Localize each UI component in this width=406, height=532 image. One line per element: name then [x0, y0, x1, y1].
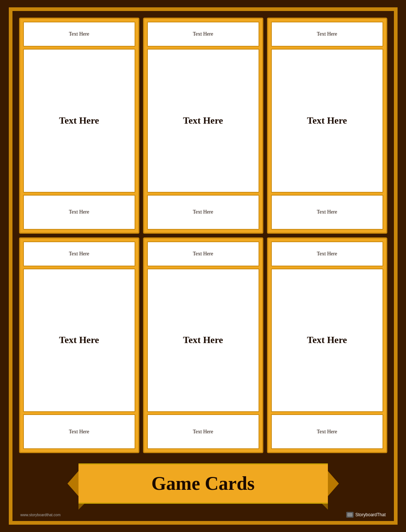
- card-3-middle: Text Here: [271, 49, 383, 193]
- card-2-middle-text: Text Here: [183, 115, 223, 126]
- card-4-middle: Text Here: [23, 269, 135, 412]
- card-1: Text Here Text Here Text Here: [19, 18, 139, 234]
- card-2-bottom-text: Text Here: [193, 209, 213, 215]
- card-2-top: Text Here: [147, 22, 259, 47]
- card-1-bottom: Text Here: [23, 195, 135, 230]
- card-3-middle-text: Text Here: [307, 115, 347, 126]
- cards-grid: Text Here Text Here Text Here Text Here …: [19, 18, 387, 457]
- card-2-top-text: Text Here: [193, 31, 213, 37]
- banner-main: Game Cards: [78, 463, 328, 504]
- footer-brand: StoryboardThat: [346, 512, 386, 518]
- card-4-middle-text: Text Here: [59, 335, 99, 346]
- card-5-middle-text: Text Here: [183, 335, 223, 346]
- card-6-top: Text Here: [271, 241, 383, 266]
- card-4-bottom-text: Text Here: [69, 429, 89, 435]
- card-5-middle: Text Here: [147, 269, 259, 412]
- card-5-bottom-text: Text Here: [193, 429, 213, 435]
- card-6-middle: Text Here: [271, 269, 383, 412]
- banner-fold-left: [78, 504, 84, 510]
- card-1-top: Text Here: [23, 22, 135, 47]
- banner-area: Game Cards: [19, 457, 387, 510]
- card-1-middle: Text Here: [23, 49, 135, 193]
- card-2: Text Here Text Here Text Here: [143, 18, 263, 234]
- storyboardthat-icon: [346, 512, 354, 518]
- card-5-bottom: Text Here: [147, 414, 259, 449]
- card-3-bottom: Text Here: [271, 195, 383, 230]
- card-6-middle-text: Text Here: [307, 335, 347, 346]
- footer: www.storyboardthat.com StoryboardThat: [19, 510, 387, 521]
- page: Text Here Text Here Text Here Text Here …: [9, 7, 398, 525]
- card-2-middle: Text Here: [147, 49, 259, 193]
- banner-fold-right: [322, 504, 328, 510]
- card-1-top-text: Text Here: [69, 31, 89, 37]
- banner-title: Game Cards: [151, 473, 255, 494]
- banner-wrapper: Game Cards: [78, 463, 328, 504]
- card-4-top-text: Text Here: [69, 251, 89, 257]
- card-6: Text Here Text Here Text Here: [267, 237, 387, 453]
- card-3: Text Here Text Here Text Here: [267, 18, 387, 234]
- footer-brand-name: StoryboardThat: [355, 512, 386, 517]
- card-1-bottom-text: Text Here: [69, 209, 89, 215]
- card-5-top: Text Here: [147, 241, 259, 266]
- svg-rect-0: [347, 513, 352, 517]
- card-3-top-text: Text Here: [317, 31, 337, 37]
- card-1-middle-text: Text Here: [59, 115, 99, 126]
- card-6-bottom: Text Here: [271, 414, 383, 449]
- footer-url: www.storyboardthat.com: [21, 513, 61, 517]
- card-4-bottom: Text Here: [23, 414, 135, 449]
- card-2-bottom: Text Here: [147, 195, 259, 230]
- card-5: Text Here Text Here Text Here: [143, 237, 263, 453]
- card-6-bottom-text: Text Here: [317, 429, 337, 435]
- card-4-top: Text Here: [23, 241, 135, 266]
- card-4: Text Here Text Here Text Here: [19, 237, 139, 453]
- card-3-bottom-text: Text Here: [317, 209, 337, 215]
- card-5-top-text: Text Here: [193, 251, 213, 257]
- card-3-top: Text Here: [271, 22, 383, 47]
- card-6-top-text: Text Here: [317, 251, 337, 257]
